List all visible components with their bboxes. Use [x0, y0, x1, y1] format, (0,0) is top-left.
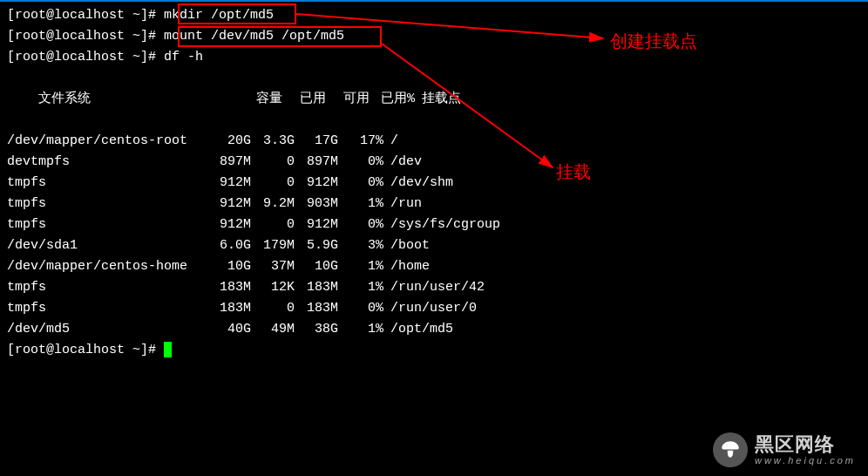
- cell-used: 0: [251, 173, 295, 194]
- cell-pct: 1%: [338, 194, 383, 214]
- highlight-box-mkdir: [178, 3, 296, 24]
- cell-avail: 183M: [295, 298, 338, 319]
- cell-used: 179M: [251, 235, 295, 256]
- annotation-mount: 挂载: [556, 160, 591, 184]
- cell-fs: /dev/sda1: [7, 235, 200, 256]
- cell-used: 0: [251, 214, 295, 235]
- cell-size: 897M: [200, 152, 251, 173]
- cell-fs: /dev/mapper/centos-root: [7, 131, 200, 152]
- cell-size: 10G: [200, 256, 251, 277]
- cell-mount: /run/user/0: [383, 298, 477, 319]
- cell-used: 0: [251, 298, 295, 319]
- cell-pct: 0%: [338, 214, 383, 235]
- table-row: tmpfs912M0912M0%/dev/shm: [7, 173, 861, 194]
- cell-mount: /home: [383, 256, 430, 277]
- cell-used: 3.3G: [251, 131, 295, 152]
- cell-avail: 183M: [295, 277, 338, 298]
- cell-avail: 10G: [295, 256, 338, 277]
- shell-prompt: [root@localhost ~]#: [7, 50, 164, 65]
- cell-mount: /dev/shm: [383, 173, 453, 194]
- cell-fs: tmpfs: [7, 277, 200, 298]
- cell-mount: /sys/fs/cgroup: [383, 214, 500, 235]
- table-row: tmpfs183M0183M0%/run/user/0: [7, 298, 861, 319]
- cmd-line-empty: [root@localhost ~]#: [7, 340, 861, 361]
- table-row: /dev/md540G49M38G1%/opt/md5: [7, 319, 861, 340]
- hdr-used: 已用: [282, 89, 326, 110]
- df-header: 文件系统容量已用可用已用%挂载点: [7, 68, 861, 131]
- cell-size: 912M: [200, 173, 251, 194]
- table-row: /dev/mapper/centos-home10G37M10G1%/home: [7, 256, 861, 277]
- cell-mount: /boot: [383, 235, 430, 256]
- table-row: tmpfs183M12K183M1%/run/user/42: [7, 277, 861, 298]
- hdr-pct: 已用%: [370, 89, 415, 110]
- watermark-url: www.heiqu.com: [755, 456, 856, 466]
- table-row: devtmpfs897M0897M0%/dev: [7, 152, 861, 173]
- shell-prompt: [root@localhost ~]#: [7, 8, 164, 23]
- cell-fs: tmpfs: [7, 214, 200, 235]
- watermark: 黑区网络 www.heiqu.com: [713, 432, 856, 467]
- highlight-box-mount: [178, 26, 382, 47]
- cell-avail: 38G: [295, 319, 338, 340]
- cell-fs: /dev/mapper/centos-home: [7, 256, 200, 277]
- cell-pct: 3%: [338, 235, 383, 256]
- cell-size: 912M: [200, 214, 251, 235]
- cell-pct: 0%: [338, 152, 383, 173]
- cell-mount: /dev: [383, 152, 422, 173]
- terminal[interactable]: [root@localhost ~]# mkdir /opt/md5 [root…: [0, 2, 868, 364]
- cursor: [164, 342, 172, 357]
- cell-avail: 912M: [295, 214, 338, 235]
- cell-size: 20G: [200, 131, 251, 152]
- table-row: tmpfs912M0912M0%/sys/fs/cgroup: [7, 214, 861, 235]
- hdr-size: 容量: [232, 89, 282, 110]
- cell-avail: 17G: [295, 131, 338, 152]
- cell-size: 40G: [200, 319, 251, 340]
- cell-fs: tmpfs: [7, 194, 200, 214]
- table-row: tmpfs912M9.2M903M1%/run: [7, 194, 861, 214]
- cmd-line-3: [root@localhost ~]# df -h: [7, 47, 861, 68]
- cell-avail: 5.9G: [295, 235, 338, 256]
- cell-used: 9.2M: [251, 194, 295, 214]
- shell-prompt: [root@localhost ~]#: [7, 29, 164, 44]
- cell-pct: 1%: [338, 256, 383, 277]
- cell-pct: 0%: [338, 298, 383, 319]
- watermark-logo: [713, 432, 748, 467]
- cell-size: 183M: [200, 277, 251, 298]
- hdr-mount: 挂载点: [415, 89, 461, 110]
- table-row: /dev/sda16.0G179M5.9G3%/boot: [7, 235, 861, 256]
- cell-used: 49M: [251, 319, 295, 340]
- cell-avail: 897M: [295, 152, 338, 173]
- cell-used: 0: [251, 152, 295, 173]
- mushroom-icon: [719, 439, 742, 461]
- cell-pct: 0%: [338, 173, 383, 194]
- cmd-line-2: [root@localhost ~]# mount /dev/md5 /opt/…: [7, 26, 861, 47]
- table-row: /dev/mapper/centos-root20G3.3G17G17%/: [7, 131, 861, 152]
- cell-fs: tmpfs: [7, 298, 200, 319]
- cell-size: 912M: [200, 194, 251, 214]
- cell-mount: /run: [383, 194, 422, 214]
- cell-pct: 1%: [338, 277, 383, 298]
- cell-fs: tmpfs: [7, 173, 200, 194]
- cell-pct: 17%: [338, 131, 383, 152]
- cell-size: 6.0G: [200, 235, 251, 256]
- hdr-fs: 文件系统: [38, 89, 232, 110]
- watermark-title: 黑区网络: [755, 435, 856, 454]
- cell-mount: /opt/md5: [383, 319, 453, 340]
- cell-used: 12K: [251, 277, 295, 298]
- cell-avail: 903M: [295, 194, 338, 214]
- cell-used: 37M: [251, 256, 295, 277]
- annotation-create-mount: 创建挂载点: [610, 30, 697, 53]
- cell-pct: 1%: [338, 319, 383, 340]
- cmd-line-1: [root@localhost ~]# mkdir /opt/md5: [7, 5, 861, 26]
- cell-mount: /run/user/42: [383, 277, 485, 298]
- hdr-avail: 可用: [326, 89, 370, 110]
- shell-prompt: [root@localhost ~]#: [7, 343, 164, 357]
- cell-size: 183M: [200, 298, 251, 319]
- cell-fs: /dev/md5: [7, 319, 200, 340]
- cell-avail: 912M: [295, 173, 338, 194]
- cell-fs: devtmpfs: [7, 152, 200, 173]
- cmd-df: df -h: [164, 50, 203, 65]
- cell-mount: /: [383, 131, 398, 152]
